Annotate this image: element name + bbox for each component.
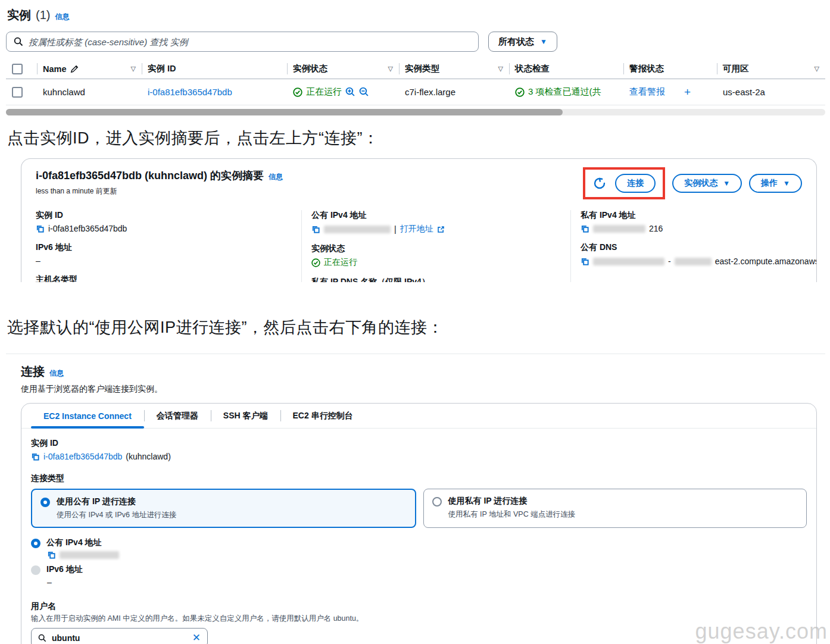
radio-disabled-icon	[31, 565, 40, 575]
instance-type: c7i-flex.large	[405, 87, 455, 97]
copy-icon[interactable]	[581, 257, 589, 266]
public-dns-suffix: east-2.compute.amazonaws.com |	[715, 257, 817, 266]
field-label: 私有 IPv4 地址	[581, 210, 817, 221]
username-field[interactable]: ✕	[31, 628, 208, 644]
copy-icon[interactable]	[31, 452, 40, 461]
sort-icon[interactable]: ▽	[388, 65, 393, 73]
col-header-state[interactable]: 实例状态 ▽	[287, 59, 399, 79]
instances-section: 实例 (1) 信息 所有状态 ▼ Name	[6, 5, 825, 115]
tab-ec2-serial-console[interactable]: EC2 串行控制台	[280, 404, 366, 428]
search-input[interactable]	[29, 37, 471, 47]
add-alarm-plus-icon[interactable]: +	[684, 86, 691, 99]
instruction-text-1: 点击实例ID，进入实例摘要后，点击左上方“连接”：	[7, 127, 825, 149]
instruction-text-2: 选择默认的“使用公网IP进行连接”，然后点击右下角的连接：	[7, 317, 825, 338]
instance-id-value: i-0fa81efb365d47bdb	[48, 224, 127, 233]
row-checkbox[interactable]	[12, 87, 23, 98]
copy-icon[interactable]	[581, 224, 589, 233]
table-header-row: Name ▽ 实例 ID 实例状态 ▽ 实例类型 ▽	[6, 59, 825, 79]
table-row: kuhnclawd i-0fa81efb365d47bdb 正在运行 c7i-f…	[6, 79, 825, 105]
clear-icon[interactable]: ✕	[192, 633, 201, 643]
instance-state: 正在运行	[306, 86, 342, 98]
ipv6-radio-label: IPv6 地址	[46, 564, 83, 575]
radio-selected-icon[interactable]	[40, 498, 50, 507]
instances-count: (1)	[36, 8, 50, 22]
instance-search-box[interactable]	[6, 32, 479, 52]
option-connect-private-ip[interactable]: 使用私有 IP 进行连接 使用私有 IP 地址和 VPC 端点进行连接	[423, 489, 807, 528]
field-label: 私有 IP DNS 名称（仅限 IPv4）	[311, 277, 561, 282]
col-header-instance-id[interactable]: 实例 ID	[142, 59, 287, 79]
tab-ec2-instance-connect[interactable]: EC2 Instance Connect	[31, 404, 144, 428]
username-description: 输入在用于启动实例的 AMI 中定义的用户名。如果未定义自定义用户名，请使用默认…	[31, 614, 807, 624]
actions-button[interactable]: 操作 ▼	[749, 174, 802, 193]
zoom-in-icon[interactable]	[345, 87, 355, 97]
sort-icon[interactable]: ▽	[815, 65, 819, 73]
zoom-out-icon[interactable]	[359, 87, 369, 97]
username-input[interactable]	[52, 633, 187, 643]
col-header-alarm[interactable]: 警报状态	[623, 59, 717, 79]
search-icon	[14, 37, 23, 46]
field-label: 主机名类型	[36, 274, 292, 282]
field-label: 实例 ID	[31, 438, 807, 449]
connect-tabs: EC2 Instance Connect 会话管理器 SSH 客户端 EC2 串…	[21, 404, 816, 429]
username-label: 用户名	[31, 601, 807, 612]
field-label: IPv6 地址	[36, 242, 292, 253]
view-alarms-link[interactable]: 查看警报	[629, 86, 665, 98]
horizontal-scrollbar[interactable]	[6, 109, 825, 115]
summary-info-link[interactable]: 信息	[269, 172, 283, 182]
edit-pencil-icon[interactable]	[70, 65, 79, 73]
tab-session-manager[interactable]: 会话管理器	[144, 404, 211, 428]
radio-selected-icon[interactable]	[31, 539, 40, 548]
availability-zone: us-east-2a	[723, 87, 765, 97]
copy-icon[interactable]	[47, 551, 56, 559]
col-header-type[interactable]: 实例类型 ▽	[399, 59, 509, 79]
instance-state-button[interactable]: 实例状态 ▼	[672, 174, 742, 193]
col-header-name[interactable]: Name ▽	[37, 59, 142, 79]
connect-subtitle: 使用基于浏览器的客户端连接到实例。	[21, 384, 825, 395]
dialog-instance-name: (kuhnclawd)	[126, 452, 170, 461]
chevron-down-icon: ▼	[540, 37, 547, 46]
check-circle-icon	[515, 87, 525, 97]
redacted-value	[593, 225, 645, 233]
status-filter-button[interactable]: 所有状态 ▼	[488, 32, 557, 52]
private-ipv4-suffix: 216	[649, 224, 663, 233]
open-address-link[interactable]: 打开地址	[400, 224, 433, 235]
copy-icon[interactable]	[36, 224, 45, 233]
summary-title: i-0fa81efb365d47bdb (kuhnclawd) 的实例摘要	[36, 168, 264, 183]
refresh-button[interactable]	[592, 176, 607, 190]
select-all-checkbox[interactable]	[12, 64, 23, 74]
scrollbar-thumb[interactable]	[6, 109, 563, 115]
field-label: 公有 DNS	[581, 242, 817, 253]
instances-info-link[interactable]: 信息	[55, 12, 69, 22]
redacted-value	[60, 551, 119, 559]
search-icon	[38, 634, 46, 642]
sort-icon[interactable]: ▽	[131, 65, 136, 73]
public-dns-mid: -	[668, 257, 671, 266]
check-circle-icon	[311, 258, 320, 267]
redacted-value	[593, 258, 664, 265]
ipv6-value: –	[47, 577, 52, 587]
instances-title: 实例	[7, 7, 31, 23]
copy-icon[interactable]	[311, 225, 320, 234]
redacted-value	[324, 226, 391, 233]
public-ipv4-radio-label: 公有 IPv4 地址	[46, 537, 102, 548]
field-label: 实例 ID	[36, 210, 292, 221]
redacted-value	[675, 258, 712, 265]
connect-title: 连接	[21, 364, 45, 380]
connect-dialog: EC2 Instance Connect 会话管理器 SSH 客户端 EC2 串…	[21, 403, 817, 644]
section-divider	[6, 354, 825, 354]
field-label: 公有 IPv4 地址	[311, 210, 561, 221]
instances-table: Name ▽ 实例 ID 实例状态 ▽ 实例类型 ▽	[6, 59, 825, 115]
option-connect-public-ip[interactable]: 使用公有 IP 进行连接 使用公有 IPv4 或 IPv6 地址进行连接	[31, 489, 416, 528]
radio-unselected-icon[interactable]	[432, 497, 442, 507]
col-header-az[interactable]: 可用区 ▽	[717, 59, 825, 79]
summary-updated-text: less than a minute 前更新	[36, 186, 283, 196]
tab-ssh-client[interactable]: SSH 客户端	[211, 404, 280, 428]
connect-button[interactable]: 连接	[615, 174, 656, 193]
field-label: 实例状态	[311, 243, 561, 254]
instance-id-link[interactable]: i-0fa81efb365d47bdb	[148, 87, 232, 97]
dialog-instance-id[interactable]: i-0fa81efb365d47bdb	[43, 452, 122, 461]
connect-info-link[interactable]: 信息	[49, 368, 64, 379]
sort-icon[interactable]: ▽	[498, 65, 503, 73]
col-header-status-check[interactable]: 状态检查	[509, 59, 623, 79]
external-link-icon	[437, 226, 445, 233]
